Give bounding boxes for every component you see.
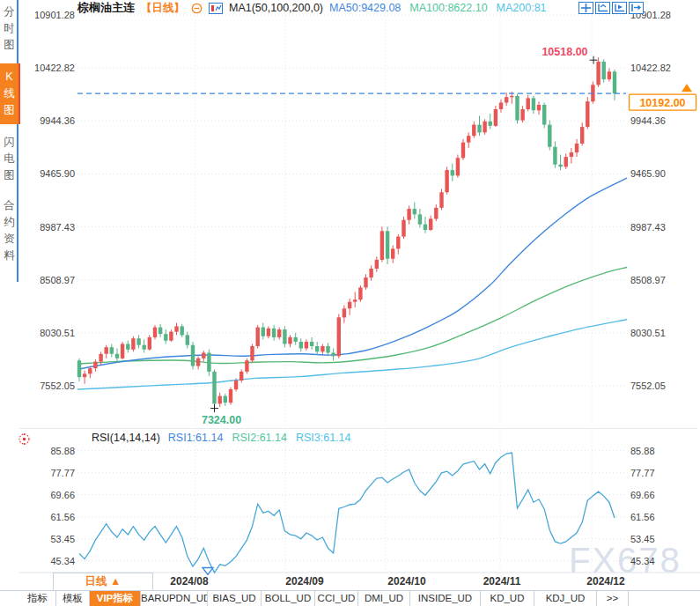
- svg-text:10901.28: 10901.28: [34, 10, 75, 20]
- ma-formula-label: MA1(50,100,200,0): [229, 2, 323, 14]
- svg-text:9944.36: 9944.36: [630, 115, 666, 126]
- rsi-line: [79, 453, 615, 573]
- rsi-label-0: RSI1:61.14: [168, 432, 224, 444]
- indicator-tab-0[interactable]: 指标: [19, 591, 56, 606]
- svg-text:7324.00: 7324.00: [202, 414, 241, 426]
- indicator-settings-icon[interactable]: [18, 432, 31, 446]
- up-arrow-icon: [682, 84, 692, 92]
- svg-text:8987.43: 8987.43: [40, 222, 75, 233]
- svg-text:7552.05: 7552.05: [40, 381, 75, 391]
- svg-text:9944.36: 9944.36: [40, 115, 75, 126]
- ma-label-0: MA50:9429.08: [329, 2, 401, 14]
- svg-text:77.77: 77.77: [50, 468, 75, 478]
- svg-text:61.56: 61.56: [630, 512, 655, 522]
- kline-chart-icon[interactable]: [209, 3, 223, 14]
- crosshair-icon[interactable]: [578, 2, 593, 14]
- indicator-tab-8[interactable]: INSIDE_UD: [410, 591, 481, 606]
- svg-text:10518.00: 10518.00: [542, 46, 587, 58]
- svg-text:45.34: 45.34: [50, 556, 75, 566]
- period-selector-button[interactable]: 日线 ▲: [53, 573, 153, 591]
- svg-text:10192.00: 10192.00: [639, 97, 685, 109]
- chart-type-sidebar: 分时图K线图闪电图合约资料: [0, 0, 18, 606]
- svg-text:45.34: 45.34: [630, 556, 655, 566]
- svg-text:8508.97: 8508.97: [630, 275, 666, 285]
- rsi-header: RSI(14,14,14) RSI1:61.14RSI2:61.14RSI3:6…: [92, 431, 359, 444]
- rsi-value-labels: RSI1:61.14RSI2:61.14RSI3:61.14: [168, 432, 360, 444]
- chart-toolbar: [578, 2, 644, 14]
- period-tag: 【日线】: [141, 1, 185, 16]
- pan-right-icon[interactable]: [629, 2, 644, 14]
- svg-text:77.77: 77.77: [630, 468, 655, 478]
- svg-text:8030.51: 8030.51: [40, 328, 75, 338]
- svg-text:9465.90: 9465.90: [630, 168, 666, 179]
- ma-value-labels: MA50:9429.08MA100:8622.10MA200:81: [329, 2, 556, 14]
- svg-text:8508.97: 8508.97: [40, 275, 75, 285]
- indicator-tab-5[interactable]: BOLL_UD: [262, 591, 315, 606]
- indicator-tab-11[interactable]: >>: [597, 591, 629, 606]
- indicator-tab-9[interactable]: KD_UD: [481, 591, 534, 606]
- ma-label-2: MA200:81: [497, 2, 547, 14]
- indicator-tab-10[interactable]: KDJ_UD: [534, 591, 597, 606]
- sidebar-tab-0[interactable]: 分时图: [0, 4, 18, 54]
- svg-text:69.66: 69.66: [50, 490, 75, 500]
- x-axis-label-3: 2024/11: [465, 573, 539, 590]
- svg-text:8030.51: 8030.51: [630, 328, 666, 338]
- svg-text:9465.90: 9465.90: [40, 168, 75, 179]
- svg-text:10422.82: 10422.82: [34, 63, 75, 73]
- rsi-label-2: RSI3:61.14: [296, 432, 351, 444]
- indicator-tab-2[interactable]: VIP指标: [90, 591, 141, 606]
- svg-text:85.88: 85.88: [50, 446, 75, 456]
- indicator-tab-6[interactable]: CCI_UD: [315, 591, 358, 606]
- ma-label-1: MA100:8622.10: [409, 2, 487, 14]
- sidebar-tab-1[interactable]: K线图: [0, 63, 18, 124]
- indicator-tab-7[interactable]: DMI_UD: [358, 591, 410, 606]
- svg-text:53.45: 53.45: [50, 534, 75, 544]
- x-axis-label-0: 2024/08: [152, 573, 226, 590]
- chart-canvas[interactable]: 10901.2810901.2810422.8210422.829944.369…: [0, 0, 700, 606]
- time-axis: 日线 ▲ 2024/082024/092024/102024/112024/12: [0, 573, 700, 590]
- svg-text:10422.82: 10422.82: [630, 63, 671, 73]
- indicator-tab-4[interactable]: BIAS_UD: [208, 591, 262, 606]
- svg-text:85.88: 85.88: [630, 446, 655, 456]
- sidebar-tab-2[interactable]: 闪电图: [0, 134, 18, 184]
- svg-text:69.66: 69.66: [630, 490, 655, 500]
- symbol-title: 棕榈油主连: [77, 0, 135, 16]
- chart-header: 棕榈油主连 【日线】 MA1(50,100,200,0) MA50:9429.0…: [77, 1, 556, 15]
- minus-circle-icon[interactable]: [191, 3, 203, 14]
- svg-text:61.56: 61.56: [50, 512, 75, 522]
- svg-text:53.45: 53.45: [630, 534, 655, 544]
- ma100-line: [77, 268, 627, 365]
- axis-play-icon[interactable]: [612, 2, 627, 14]
- rsi-title: RSI(14,14,14): [92, 432, 160, 444]
- x-axis-label-4: 2024/12: [569, 573, 643, 590]
- last-price-tag: 10192.00: [630, 94, 696, 110]
- x-axis-label-2: 2024/10: [370, 573, 444, 590]
- indicator-tab-1[interactable]: 模板: [56, 591, 90, 606]
- low-annotation: 7324.00: [202, 404, 241, 426]
- svg-text:8987.43: 8987.43: [630, 222, 666, 233]
- x-axis-label-1: 2024/09: [268, 573, 342, 590]
- high-annotation: 10518.00: [542, 46, 597, 63]
- rsi-label-1: RSI2:61.14: [232, 432, 287, 444]
- axis-zoom-icon[interactable]: [595, 2, 610, 14]
- indicator-tab-bar: 指标模板VIP指标BARUPDN_UDBIAS_UDBOLL_UDCCI_UDD…: [0, 590, 700, 605]
- svg-text:7552.05: 7552.05: [630, 381, 666, 391]
- sidebar-tab-3[interactable]: 合约资料: [0, 197, 18, 264]
- ma50-line: [77, 178, 627, 369]
- indicator-tab-3[interactable]: BARUPDN_UD: [141, 591, 208, 606]
